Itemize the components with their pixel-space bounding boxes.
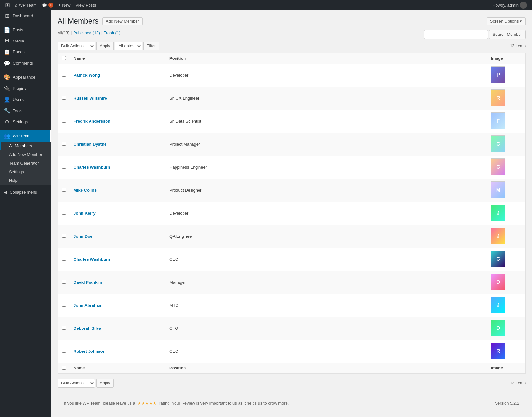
adminbar-view-posts[interactable]: View Posts (73, 0, 98, 10)
row-checkbox-cell (58, 156, 70, 179)
sidebar-item-wp-team[interactable]: 👥 WP Team (0, 130, 51, 142)
member-position: Developer (169, 73, 188, 78)
row-checkbox[interactable] (62, 349, 66, 353)
member-name-link[interactable]: Christian Dysthe (74, 142, 106, 147)
member-name-link[interactable]: Robert Johnson (74, 349, 106, 354)
member-image-cell: J (487, 294, 526, 317)
row-checkbox[interactable] (62, 165, 66, 169)
member-position: Product Designer (169, 188, 201, 193)
name-column-footer[interactable]: Name (70, 363, 166, 373)
screen-options-button[interactable]: Screen Options ▾ (487, 17, 526, 25)
member-name-link[interactable]: John Doe (74, 234, 92, 239)
member-name-link[interactable]: Mike Colins (74, 188, 97, 193)
member-name-cell: Patrick Wong (70, 64, 166, 87)
filter-button[interactable]: Filter (143, 42, 160, 50)
member-name-link[interactable]: Charles Washburn (74, 257, 110, 262)
table-row: John Doe QA Engineer J (58, 225, 526, 248)
sidebar-item-appearance[interactable]: 🎨 Appearance (0, 72, 51, 83)
adminbar-new[interactable]: + New (56, 0, 73, 10)
sidebar-submenu-team-generator[interactable]: Team Generator (0, 159, 51, 167)
member-name-link[interactable]: Fredrik Andersson (74, 119, 110, 124)
avatar-initial: C (491, 159, 505, 175)
wp-logo[interactable]: ⊞ (3, 0, 12, 10)
member-name-link[interactable]: Patrick Wong (74, 73, 100, 78)
name-column-header[interactable]: Name (70, 53, 166, 64)
table-header-row: Name Position Image (58, 53, 526, 64)
row-checkbox[interactable] (62, 211, 66, 215)
sidebar-item-media[interactable]: 🖼 Media (0, 35, 51, 46)
member-position: MTO (169, 303, 179, 308)
member-name-link[interactable]: Russell Wiltshire (74, 96, 107, 101)
member-name-cell: Mike Colins (70, 179, 166, 202)
sidebar-item-users[interactable]: 👤 Users (0, 94, 51, 105)
member-name-link[interactable]: John Kerry (74, 211, 96, 216)
row-checkbox[interactable] (62, 326, 66, 330)
row-checkbox-cell (58, 340, 70, 363)
row-checkbox-cell (58, 225, 70, 248)
row-checkbox[interactable] (62, 142, 66, 146)
avatar-initial: J (491, 297, 505, 313)
sidebar-item-pages[interactable]: 📋 Pages (0, 46, 51, 58)
select-all-footer-checkbox[interactable] (62, 366, 66, 370)
row-checkbox[interactable] (62, 257, 66, 261)
apply-button-top[interactable]: Apply (96, 42, 114, 50)
member-avatar: C (491, 251, 505, 267)
select-all-checkbox[interactable] (62, 56, 66, 60)
member-position: Sr. Data Scientist (169, 119, 201, 124)
row-checkbox[interactable] (62, 303, 66, 307)
search-member-input[interactable] (424, 30, 488, 39)
sidebar-item-label: Appearance (13, 75, 35, 80)
avatar-initial: C (491, 251, 505, 267)
dashboard-icon: ⊞ (4, 13, 10, 19)
member-position: Project Manager (169, 142, 200, 147)
filter-published-link[interactable]: Published (13) (73, 30, 100, 35)
bulk-actions-select-top[interactable]: Bulk Actions Move to Trash (58, 42, 95, 50)
add-new-member-button[interactable]: Add New Member (102, 17, 143, 25)
sidebar-item-settings[interactable]: ⚙ Settings (0, 116, 51, 127)
table-row: Robert Johnson CEO R (58, 340, 526, 363)
collapse-menu-button[interactable]: ◀ Collapse menu (0, 187, 51, 197)
sidebar-submenu-help[interactable]: Help (0, 176, 51, 185)
row-checkbox[interactable] (62, 119, 66, 123)
member-name-link[interactable]: John Abraham (74, 303, 103, 308)
plugins-icon: 🔌 (4, 85, 10, 91)
member-name-cell: Fredrik Andersson (70, 110, 166, 133)
adminbar-howdy[interactable]: Howdy, admin (490, 0, 529, 10)
member-name-link[interactable]: Deborah Silva (74, 326, 101, 331)
footer-stars-link[interactable]: ★★★★★ (137, 401, 157, 405)
search-area: Search Member (424, 30, 526, 39)
search-member-button[interactable]: Search Member (489, 30, 526, 39)
posts-icon: 📄 (4, 27, 10, 33)
apply-button-bottom[interactable]: Apply (96, 379, 114, 388)
member-avatar: R (491, 89, 505, 106)
sidebar-submenu-all-members[interactable]: All Members (0, 142, 51, 150)
sidebar-item-posts[interactable]: 📄 Posts (0, 24, 51, 35)
member-name-link[interactable]: Charles Washburn (74, 165, 110, 170)
tablenav-bottom: Bulk Actions Move to Trash Apply 13 item… (58, 376, 526, 390)
adminbar-site-name[interactable]: ⌂ WP Team (12, 0, 39, 10)
submenu-label: All Members (9, 143, 32, 148)
adminbar-comments[interactable]: 💬 0 (39, 0, 56, 10)
sidebar-item-tools[interactable]: 🔧 Tools (0, 105, 51, 116)
sidebar-item-label: Pages (13, 50, 25, 54)
row-checkbox[interactable] (62, 73, 66, 77)
row-checkbox[interactable] (62, 280, 66, 284)
row-checkbox[interactable] (62, 188, 66, 192)
member-position: Developer (169, 211, 188, 216)
filter-trash-link[interactable]: Trash (1) (104, 30, 120, 35)
sidebar-submenu-add-new-member[interactable]: Add New Member (0, 150, 51, 159)
member-name-cell: Deborah Silva (70, 317, 166, 340)
bulk-actions-select-bottom[interactable]: Bulk Actions Move to Trash (58, 379, 95, 388)
sidebar-item-dashboard[interactable]: ⊞ Dashboard (0, 10, 51, 21)
member-position-cell: Developer (166, 64, 487, 87)
sidebar-item-comments[interactable]: 💬 Comments (0, 58, 51, 69)
submenu-label: Help (9, 178, 18, 183)
dates-filter-select[interactable]: All dates (115, 42, 142, 50)
table-row: Patrick Wong Developer P (58, 64, 526, 87)
row-checkbox[interactable] (62, 96, 66, 100)
sidebar-submenu-settings[interactable]: Settings (0, 167, 51, 176)
row-checkbox[interactable] (62, 234, 66, 238)
sidebar-item-plugins[interactable]: 🔌 Plugins (0, 83, 51, 94)
avatar-initial: C (491, 136, 505, 152)
member-name-link[interactable]: David Franklin (74, 280, 102, 285)
